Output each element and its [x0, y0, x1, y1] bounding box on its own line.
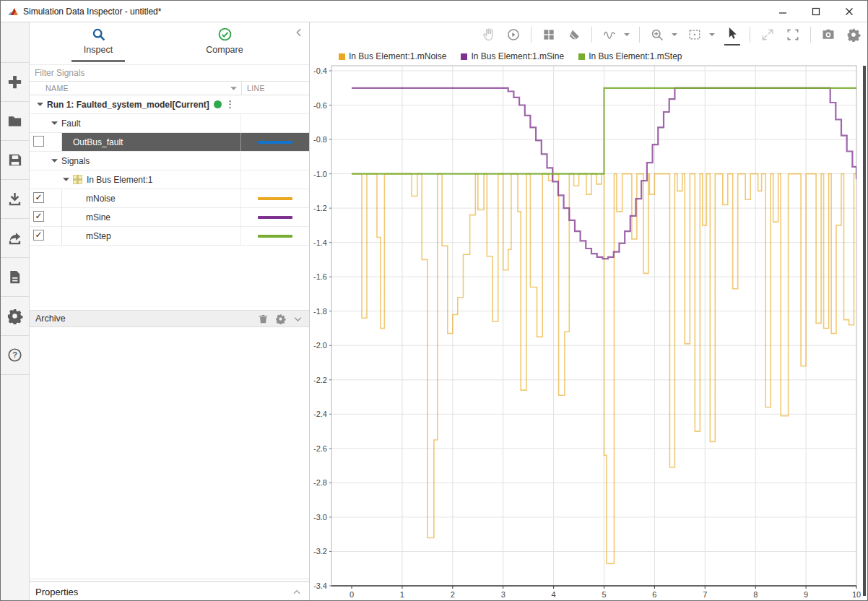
maximize-button[interactable]	[799, 1, 833, 22]
archive-chevron-down-icon[interactable]	[292, 314, 303, 324]
line-style-cell	[240, 189, 309, 207]
line-style-cell	[240, 152, 309, 170]
checked-checkbox[interactable]: ✓	[33, 211, 44, 222]
open-button[interactable]	[1, 102, 29, 141]
compare-check-icon	[217, 27, 233, 42]
tab-compare-label: Compare	[181, 45, 268, 55]
svg-text:10: 10	[852, 590, 861, 599]
expander-caret-icon[interactable]	[51, 157, 58, 164]
signal-row-mStep[interactable]: ✓mStep	[30, 227, 309, 246]
svg-text:-2.6: -2.6	[313, 444, 327, 453]
bus-icon	[73, 175, 82, 184]
column-sort-caret-icon[interactable]	[230, 85, 237, 92]
properties-chevron-up-icon[interactable]	[292, 587, 302, 597]
line-style-cell	[240, 114, 309, 132]
svg-text:0: 0	[350, 590, 354, 599]
svg-text:-1.4: -1.4	[313, 238, 327, 247]
collapse-panel-icon[interactable]	[293, 27, 305, 38]
checkbox-gutter: ✓	[30, 227, 62, 245]
signal-row-OutBus_fault[interactable]: OutBus_fault	[30, 133, 309, 152]
tree-row-Signals[interactable]: Signals	[30, 152, 309, 170]
expander-caret-icon[interactable]	[63, 176, 69, 183]
tree-item-label: Signals	[61, 156, 90, 166]
checked-checkbox[interactable]: ✓	[33, 192, 44, 203]
time-plot[interactable]: 012345678910-0.4-0.6-0.8-1.0-1.2-1.4-1.6…	[310, 22, 868, 601]
preferences-button[interactable]	[1, 297, 29, 336]
tree-item-label: mNoise	[86, 194, 116, 204]
doc-icon	[6, 269, 23, 285]
svg-text:-1.8: -1.8	[313, 307, 327, 316]
app-window: Simulation Data Inspector - untitled* In…	[0, 0, 868, 601]
help-button[interactable]	[1, 336, 29, 375]
svg-text:-1.0: -1.0	[313, 170, 327, 178]
mode-tabs: Inspect Compare	[30, 22, 309, 65]
unchecked-checkbox[interactable]	[33, 136, 44, 147]
close-button[interactable]	[833, 1, 866, 22]
svg-text:8: 8	[753, 590, 758, 599]
svg-text:5: 5	[602, 590, 606, 599]
save-button[interactable]	[1, 141, 29, 180]
inspect-magnifier-icon	[91, 27, 106, 42]
tab-inspect-label: Inspect	[55, 45, 142, 55]
svg-text:-3.2: -3.2	[313, 547, 327, 555]
export-icon	[6, 230, 23, 246]
matlab-logo-icon	[7, 6, 19, 17]
series-mStep	[352, 88, 856, 174]
signal-tree: Run 1: Faulted_system_model[Current]Faul…	[30, 95, 309, 246]
svg-text:-2.0: -2.0	[313, 341, 327, 350]
line-swatch	[258, 197, 292, 200]
expander-caret-icon[interactable]	[37, 101, 43, 108]
svg-text:-1.2: -1.2	[313, 204, 327, 212]
archive-gear-icon[interactable]	[275, 314, 286, 324]
tree-item-label: In Bus Element:1	[87, 175, 152, 185]
expander-caret-icon[interactable]	[51, 120, 58, 126]
signal-row-mNoise[interactable]: ✓mNoise	[30, 189, 309, 208]
import-button[interactable]	[1, 180, 29, 219]
svg-text:4: 4	[552, 590, 556, 599]
column-name-label: NAME	[45, 84, 69, 92]
plus-icon	[6, 74, 23, 90]
run-row[interactable]: Run 1: Faulted_system_model[Current]	[30, 95, 309, 114]
line-swatch	[258, 216, 292, 219]
run-status-dot	[214, 100, 222, 108]
svg-text:1: 1	[400, 590, 404, 599]
title-bar: Simulation Data Inspector - untitled*	[1, 1, 867, 22]
filter-signals-input[interactable]	[30, 65, 309, 81]
minimize-button[interactable]	[766, 1, 799, 22]
svg-text:9: 9	[804, 590, 808, 599]
svg-text:-2.8: -2.8	[313, 478, 327, 487]
line-style-cell	[240, 227, 309, 245]
signal-row-mSine[interactable]: ✓mSine	[30, 208, 309, 227]
archive-header[interactable]: Archive	[30, 310, 309, 327]
tab-inspect[interactable]: Inspect	[55, 27, 142, 55]
column-line-label: LINE	[247, 84, 265, 92]
plot-right-scrollbar[interactable]	[863, 66, 866, 596]
signal-browser-panel: Inspect Compare NAME LINE Run 1: Faulted…	[30, 22, 310, 601]
archive-trash-icon[interactable]	[258, 314, 269, 324]
run-menu-kebab-icon[interactable]	[225, 99, 235, 110]
gear-icon	[6, 308, 23, 324]
properties-divider	[30, 579, 309, 579]
export-button[interactable]	[1, 219, 29, 258]
line-style-cell	[240, 208, 309, 226]
plot-pane: In Bus Element:1.mNoiseIn Bus Element:1.…	[310, 22, 868, 601]
checkbox-gutter: ✓	[30, 208, 62, 226]
checked-checkbox[interactable]: ✓	[33, 230, 44, 241]
folder-icon	[6, 113, 23, 129]
tab-compare[interactable]: Compare	[181, 27, 268, 55]
line-swatch	[258, 235, 292, 238]
tree-item-label: OutBus_fault	[73, 137, 123, 147]
svg-text:-1.6: -1.6	[313, 272, 327, 281]
tree-item-label: mSine	[86, 212, 110, 222]
svg-text:-2.4: -2.4	[313, 410, 327, 418]
import-icon	[6, 191, 23, 207]
tree-row-In Bus Element:1[interactable]: In Bus Element:1	[30, 170, 309, 189]
line-swatch	[258, 141, 292, 144]
add-button[interactable]	[1, 63, 29, 102]
create-report-button[interactable]	[1, 258, 29, 297]
svg-text:-3.0: -3.0	[313, 513, 327, 522]
tree-row-Fault[interactable]: Fault	[30, 114, 309, 133]
properties-bar[interactable]: Properties	[30, 581, 309, 601]
svg-text:2: 2	[451, 590, 455, 599]
svg-text:7: 7	[703, 590, 707, 599]
